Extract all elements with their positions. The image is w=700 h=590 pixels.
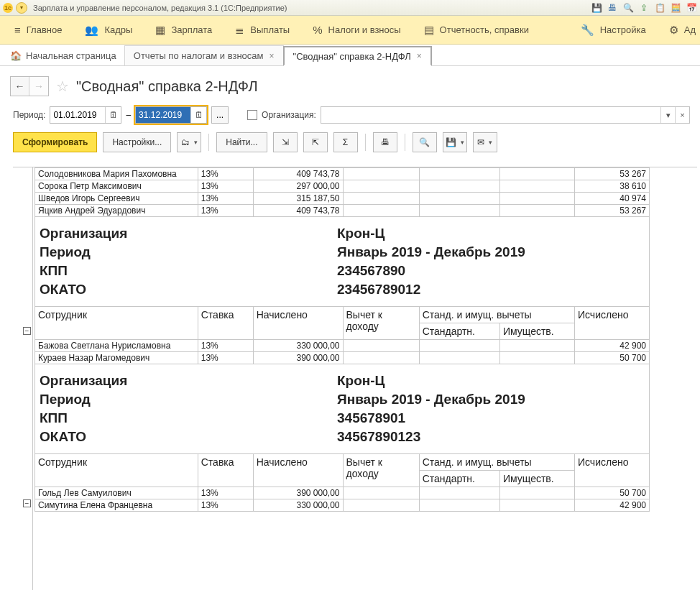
menu-reports[interactable]: ▤Отчетность, справки bbox=[413, 16, 540, 44]
run-report-button[interactable]: Сформировать bbox=[13, 132, 97, 152]
variants-button[interactable]: 🗂▾ bbox=[177, 132, 201, 152]
menu-label: Ад bbox=[684, 24, 696, 35]
tab-summary-2ndfl[interactable]: "Сводная" справка 2-НДФЛ × bbox=[283, 46, 432, 66]
cell-standard bbox=[419, 340, 499, 352]
calculator-icon[interactable]: 🧮 bbox=[670, 2, 681, 14]
cell-calculated: 50 700 bbox=[574, 487, 649, 499]
print-icon: 🖶 bbox=[381, 137, 390, 147]
close-icon[interactable]: × bbox=[417, 51, 422, 61]
grp-kpp-value: 234567890 bbox=[333, 262, 649, 280]
menu-personnel[interactable]: 👥Кадры bbox=[73, 16, 144, 44]
table-row: Гольд Лев Самуилович13%390 000,0050 700 bbox=[35, 487, 650, 499]
collapse-groups-button[interactable]: ⇱ bbox=[303, 132, 328, 152]
collapse-toggle[interactable]: − bbox=[23, 499, 31, 507]
table-row: Симутина Елена Францевна13%330 000,0042 … bbox=[35, 499, 650, 512]
menu-taxes[interactable]: %Налоги и взносы bbox=[301, 16, 412, 44]
favorite-star-icon[interactable]: ☆ bbox=[56, 78, 69, 95]
clear-icon[interactable]: × bbox=[675, 107, 689, 123]
calendar-icon[interactable]: 🗓 bbox=[105, 107, 121, 123]
cell-rate: 13% bbox=[198, 193, 253, 205]
menu-main[interactable]: ≡Главное bbox=[3, 16, 73, 44]
tab-tax-reports[interactable]: Отчеты по налогам и взносам × bbox=[124, 45, 284, 65]
cell-deduction bbox=[343, 180, 419, 193]
date-from-input[interactable] bbox=[50, 107, 105, 123]
cell-standard bbox=[419, 205, 499, 217]
collapse-toggle[interactable]: − bbox=[23, 327, 31, 335]
grp-org-label: Организация bbox=[35, 224, 333, 243]
nav-back-button[interactable]: ← bbox=[11, 77, 29, 96]
date-to-input[interactable] bbox=[136, 107, 190, 123]
menu-settings[interactable]: 🔧Настройка bbox=[569, 16, 658, 44]
nav-forward-button[interactable]: → bbox=[29, 77, 48, 96]
grp-org-value: Крон-Ц bbox=[333, 224, 649, 243]
org-input[interactable] bbox=[321, 107, 660, 123]
cell-employee: Солодовникова Мария Пахомовна bbox=[35, 168, 198, 180]
save-report-button[interactable]: 💾▾ bbox=[443, 132, 467, 152]
cell-deduction bbox=[343, 487, 419, 499]
report-area[interactable]: − − Солодовникова Мария Пахомовна13%409 … bbox=[13, 167, 697, 590]
period-picker-button[interactable]: ... bbox=[211, 106, 229, 124]
app-menu-dropdown[interactable]: ▾ bbox=[16, 2, 27, 14]
save-icon[interactable]: 💾 bbox=[591, 2, 602, 14]
cell-calculated: 40 974 bbox=[574, 193, 649, 205]
org-filter-checkbox[interactable] bbox=[247, 110, 257, 120]
tab-label: Отчеты по налогам и взносам bbox=[134, 50, 264, 61]
close-icon[interactable]: × bbox=[270, 51, 275, 61]
cell-deduction bbox=[343, 168, 419, 180]
grp-kpp-value: 345678901 bbox=[333, 409, 649, 428]
table-row: Бажова Светлана Нурисламовна13%330 000,0… bbox=[35, 340, 650, 352]
table-row: Яцкив Андрей Эдуардович13%409 743,7853 2… bbox=[35, 205, 650, 217]
calendar-icon[interactable]: 📅 bbox=[686, 2, 697, 14]
period-label: Период: bbox=[13, 110, 45, 120]
cell-calculated: 42 900 bbox=[574, 340, 649, 352]
col-standard: Стандартн. bbox=[419, 471, 499, 487]
clipboard-icon[interactable]: 📋 bbox=[654, 2, 666, 14]
dropdown-icon[interactable]: ▾ bbox=[660, 107, 675, 123]
calendar-icon[interactable]: 🗓 bbox=[190, 107, 206, 123]
filter-row: Период: 🗓 – 🗓 ... Организация: ▾ × bbox=[0, 103, 700, 129]
grp-period-value: Январь 2019 - Декабрь 2019 bbox=[333, 243, 649, 262]
link-icon[interactable]: ⇪ bbox=[638, 2, 650, 14]
date-from-field[interactable]: 🗓 bbox=[50, 106, 121, 124]
preview-button[interactable]: 🔍 bbox=[413, 132, 437, 152]
report-rows-top: Солодовникова Мария Пахомовна13%409 743,… bbox=[34, 167, 650, 217]
col-standard: Стандартн. bbox=[419, 323, 499, 340]
sigma-icon: Σ bbox=[343, 137, 348, 147]
grp-org-value: Крон-Ц bbox=[333, 372, 649, 390]
cell-property bbox=[499, 340, 574, 352]
menu-payments[interactable]: ≣Выплаты bbox=[224, 16, 301, 44]
menu-salary[interactable]: ▦Зарплата bbox=[144, 16, 224, 44]
collapse-icon: ⇱ bbox=[312, 137, 319, 147]
send-report-button[interactable]: ✉▾ bbox=[473, 132, 497, 152]
people-icon: 👥 bbox=[85, 24, 98, 37]
print-button[interactable]: 🖶 bbox=[373, 132, 397, 152]
report-settings-button[interactable]: Настройки... bbox=[103, 132, 171, 152]
cell-calculated: 42 900 bbox=[574, 499, 649, 512]
cell-deduction bbox=[343, 352, 419, 364]
col-property: Имуществ. bbox=[499, 323, 574, 340]
print-icon[interactable]: 🖶 bbox=[607, 2, 618, 14]
tab-home[interactable]: 🏠 Начальная страница bbox=[7, 45, 125, 65]
cell-accrued: 409 743,78 bbox=[253, 205, 343, 217]
grp-org-label: Организация bbox=[35, 372, 333, 390]
percent-icon: % bbox=[313, 24, 322, 36]
report-group-header: ОрганизацияКрон-Ц ПериодЯнварь 2019 - Де… bbox=[34, 217, 650, 306]
col-property: Имуществ. bbox=[499, 471, 574, 487]
cell-standard bbox=[419, 168, 499, 180]
report-table-2: Сотрудник Ставка Начислено Вычет к доход… bbox=[34, 453, 650, 512]
outline-column: − − bbox=[13, 167, 33, 590]
compare-icon[interactable]: 🔍 bbox=[622, 2, 634, 14]
sum-button[interactable]: Σ bbox=[333, 132, 358, 152]
date-to-field[interactable]: 🗓 bbox=[135, 106, 207, 124]
wrench-icon: 🔧 bbox=[581, 24, 594, 37]
menu-label: Налоги и взносы bbox=[328, 24, 401, 35]
col-std-property: Станд. и имущ. вычеты bbox=[419, 454, 574, 471]
doc-icon: ▤ bbox=[424, 24, 434, 37]
grp-period-label: Период bbox=[35, 390, 333, 409]
menu-admin[interactable]: ⚙Ад bbox=[658, 16, 697, 44]
find-button[interactable]: Найти... bbox=[216, 132, 267, 152]
org-field[interactable]: ▾ × bbox=[321, 106, 690, 124]
cell-employee: Кураев Назар Магомедович bbox=[35, 352, 198, 364]
expand-groups-button[interactable]: ⇲ bbox=[273, 132, 298, 152]
col-employee: Сотрудник bbox=[35, 307, 198, 340]
